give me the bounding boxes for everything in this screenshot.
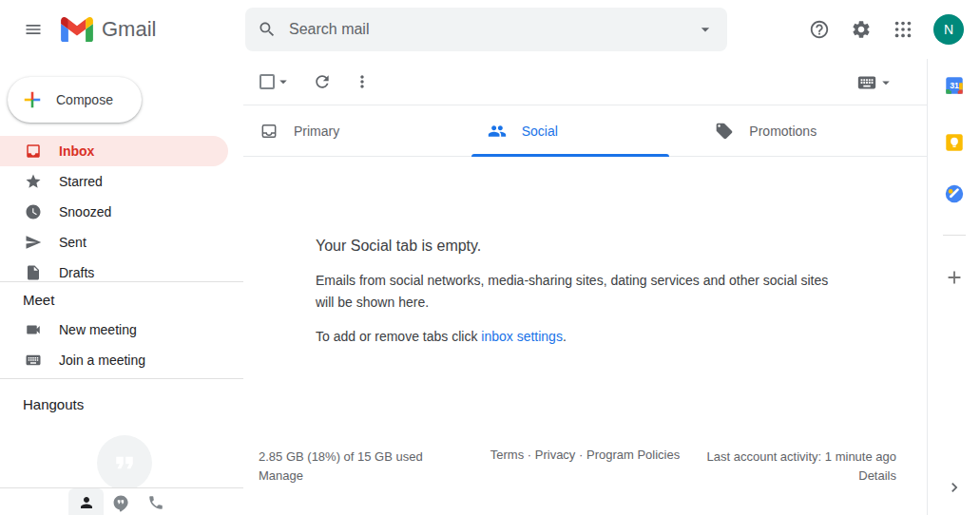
help-icon [809,19,830,40]
gmail-logo[interactable]: Gmail [61,13,156,46]
last-activity-text: Last account activity: 1 minute ago [707,448,896,467]
sidebar-item-label: Drafts [59,265,94,280]
phone-icon [147,494,164,511]
sidebar-item-join-meeting[interactable]: Join a meeting [0,345,228,375]
phone-button[interactable] [146,493,165,512]
left-sidebar: Compose Inbox Starred Snoozed [0,59,243,515]
tag-icon [715,122,734,141]
calendar-icon: 31 [944,75,965,96]
inbox-icon [25,143,42,160]
cta-suffix: . [563,329,567,344]
inbox-settings-link[interactable]: inbox settings [481,329,563,344]
tab-label: Primary [294,124,339,139]
gmail-app: Gmail [0,0,980,515]
select-dropdown-arrow-icon[interactable] [275,73,292,90]
avatar-initial: N [944,22,953,37]
cta-prefix: To add or remove tabs click [316,329,481,344]
videocam-icon [25,321,42,338]
sidebar-nav: Inbox Starred Snoozed Sent [0,136,243,288]
right-side-panel: 31 [927,59,980,515]
sidebar-item-label: Sent [59,235,86,250]
apps-grid-icon [893,19,913,40]
compose-label: Compose [56,92,113,107]
clock-icon [25,203,42,220]
empty-state-description: Emails from social networks, media-shari… [316,270,848,314]
quote-icon [110,448,139,477]
menu-icon [24,20,43,39]
inbox-outline-icon [259,122,279,141]
compose-button[interactable]: Compose [8,77,142,123]
search-options-button[interactable] [683,8,727,51]
sidebar-item-label: Snoozed [59,204,111,219]
google-apps-button[interactable] [884,10,922,48]
star-icon [25,173,42,190]
person-icon [78,494,95,511]
settings-button[interactable] [842,10,880,48]
svg-text:31: 31 [950,81,959,90]
tab-social[interactable]: Social [471,105,700,156]
calendar-button[interactable]: 31 [937,68,971,103]
hangouts-header: Hangouts [0,379,243,419]
select-all-control[interactable] [259,73,292,90]
top-header: Gmail [0,0,980,59]
search-bar [245,8,727,51]
select-all-checkbox[interactable] [259,74,275,89]
refresh-button[interactable] [303,63,341,101]
help-button[interactable] [800,10,838,48]
empty-state-title: Your Social tab is empty. [316,237,848,256]
meet-header: Meet [0,282,243,315]
empty-state: Your Social tab is empty. Emails from so… [316,237,848,348]
tab-promotions[interactable]: Promotions [699,105,927,156]
activity-details-link[interactable]: Details [707,467,896,486]
sidebar-item-inbox[interactable]: Inbox [0,136,228,166]
keyboard-icon [25,352,42,369]
privacy-link[interactable]: Privacy [535,448,576,462]
get-addons-button[interactable] [937,260,971,295]
more-options-button[interactable] [343,63,381,101]
keyboard-icon [856,72,877,93]
gear-icon [851,19,872,40]
inbox-tabs: Primary Social Promotions [243,105,927,157]
keep-button[interactable] [937,125,971,160]
tab-label: Social [522,124,558,139]
input-tools-control[interactable] [856,59,894,105]
hide-side-panel-button[interactable] [937,470,971,505]
selected-tab-underline [471,154,669,157]
manage-storage-link[interactable]: Manage [259,467,423,486]
draft-icon [25,264,42,281]
main-content: Primary Social Promotions Your Social ta… [243,59,927,515]
separator: · [579,448,583,462]
refresh-icon [313,72,332,91]
app-name: Gmail [102,17,156,42]
hamburger-menu-button[interactable] [10,7,56,52]
sidebar-item-label: Starred [59,174,103,189]
program-policies-link[interactable]: Program Policies [586,448,680,462]
list-toolbar [243,59,927,105]
search-input[interactable] [289,21,683,38]
hangouts-chat-icon [112,494,130,512]
sidebar-item-snoozed[interactable]: Snoozed [0,197,228,227]
sidebar-bottom-bar [0,487,243,515]
sidebar-item-sent[interactable]: Sent [0,227,228,258]
tasks-icon [944,183,965,204]
contacts-tab-button[interactable] [68,488,104,515]
account-activity: Last account activity: 1 minute ago Deta… [707,448,896,486]
sidebar-item-new-meeting[interactable]: New meeting [0,315,228,345]
meet-section: Meet New meeting Join a meeting [0,281,243,378]
more-vert-icon [353,72,372,91]
plus-multicolor-icon [22,89,43,110]
search-icon [258,20,277,39]
tasks-button[interactable] [937,177,971,211]
plus-icon [944,267,965,288]
sidebar-item-starred[interactable]: Starred [0,166,228,197]
tab-primary[interactable]: Primary [243,105,471,156]
account-avatar[interactable]: N [933,14,964,45]
gmail-logo-icon [61,17,93,42]
hangouts-chat-button[interactable] [111,493,130,512]
search-button[interactable] [245,8,289,51]
dropdown-arrow-icon [696,20,715,39]
send-icon [25,234,42,251]
terms-link[interactable]: Terms [490,448,524,462]
hangouts-avatar[interactable] [97,435,152,490]
tab-label: Promotions [749,124,817,139]
